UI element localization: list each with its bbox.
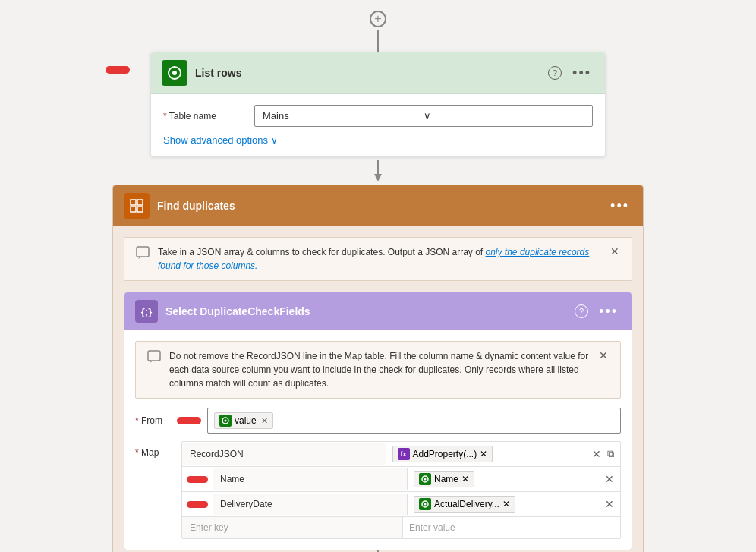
show-advanced-link[interactable]: Show advanced options ∨ — [163, 134, 593, 146]
select-duplicate-icon: {;} — [141, 306, 152, 317]
speech-icon — [136, 246, 150, 260]
clone-row-recordjson-button[interactable]: ⧉ — [606, 446, 616, 462]
info-close-button[interactable]: ✕ — [609, 245, 621, 257]
map-value-placeholder-text: Enter value — [409, 522, 455, 533]
find-duplicates-body: Take in a JSON array & columns to check … — [113, 226, 643, 552]
name-tag-close[interactable]: ✕ — [461, 474, 469, 484]
arrow-down-icon — [372, 160, 384, 181]
chevron-down-icon: ∨ — [424, 110, 584, 121]
name-key-label: Name — [220, 474, 244, 484]
from-label: From — [135, 415, 177, 426]
select-duplicate-check-card: {;} Select DuplicateCheckFields ? ••• — [124, 292, 632, 550]
addproperty-tag: fx AddProperty(...) ✕ — [392, 446, 493, 462]
table-name-label: Table name — [163, 111, 254, 121]
select-duplicate-icon-bg: {;} — [135, 300, 158, 323]
map-value-recordjson: fx AddProperty(...) ✕ — [386, 442, 587, 466]
list-rows-actions: ? ••• — [548, 64, 594, 83]
list-rows-icon — [166, 65, 183, 81]
find-duplicates-icon — [129, 198, 144, 213]
svg-marker-3 — [374, 174, 382, 181]
svg-rect-4 — [131, 200, 136, 205]
find-duplicates-card: Find duplicates ••• Take in a JSON array… — [112, 185, 644, 552]
list-rows-icon-bg — [162, 60, 187, 86]
recordjson-label: RecordJSON — [190, 449, 244, 459]
fx-icon: fx — [398, 448, 410, 460]
list-rows-help-button[interactable]: ? — [548, 66, 562, 80]
arrow-1 — [0, 157, 756, 185]
select-duplicate-title: Select DuplicateCheckFields — [165, 305, 575, 317]
actualdelivery-tag: ActualDelivery... ✕ — [414, 496, 515, 513]
top-add-area: + — [0, 8, 756, 30]
delete-row-name-button[interactable]: ✕ — [603, 472, 616, 487]
from-field-row: From value — [135, 408, 621, 434]
map-actions-deliverydate: ✕ — [599, 497, 620, 512]
find-duplicates-icon-bg — [124, 193, 150, 219]
delivery-leaf-icon — [421, 500, 429, 508]
svg-point-1 — [172, 71, 177, 75]
map-field-row: Map RecordJSON — [135, 441, 621, 539]
actualdelivery-label: ActualDelivery... — [434, 499, 499, 509]
tag-icon — [219, 415, 232, 427]
map-row-deliverydate: DeliveryDate — [182, 492, 620, 517]
addproperty-close[interactable]: ✕ — [480, 449, 487, 459]
close-icon: ✕ — [610, 245, 619, 257]
map-value-deliverydate: ActualDelivery... ✕ — [408, 492, 599, 516]
find-duplicates-more-button[interactable]: ••• — [607, 197, 632, 216]
table-name-control: Mains ∨ — [254, 105, 593, 127]
name-tag-label: Name — [434, 474, 458, 484]
map-row-name: Name — [182, 467, 620, 492]
connector-1 — [0, 30, 756, 52]
select-duplicate-body: Do not remove the RecordJSON line in the… — [124, 330, 632, 550]
select-duplicate-info-close[interactable]: ✕ — [597, 349, 610, 361]
find-duplicates-header: Find duplicates ••• — [113, 185, 643, 226]
select-duplicate-info-text: Do not remove the RecordJSON line in the… — [169, 349, 590, 390]
svg-rect-6 — [137, 200, 143, 205]
canvas: + List rows ? ••• — [0, 0, 756, 552]
name-green-icon — [419, 473, 431, 485]
from-tag-close[interactable]: ✕ — [261, 416, 268, 426]
name-tag: Name ✕ — [414, 471, 474, 487]
plus-icon: + — [374, 13, 381, 25]
question-icon: ? — [553, 68, 557, 77]
question-icon-2: ? — [579, 307, 584, 316]
delivery-row-prefix — [182, 501, 213, 508]
table-name-value: Mains — [263, 110, 424, 121]
map-key-deliverydate: DeliveryDate — [213, 494, 408, 515]
delete-row-delivery-button[interactable]: ✕ — [603, 497, 616, 512]
close-icon-2: ✕ — [599, 349, 608, 361]
add-step-button[interactable]: + — [370, 11, 386, 27]
svg-point-15 — [424, 478, 427, 481]
value-tag: value ✕ — [214, 412, 273, 429]
find-duplicates-actions: ••• — [607, 197, 632, 216]
table-name-dropdown[interactable]: Mains ∨ — [254, 105, 593, 127]
from-tag-label: value — [235, 415, 257, 426]
green-leaf-icon — [222, 417, 229, 424]
list-rows-header: List rows ? ••• — [151, 52, 605, 94]
list-rows-card: List rows ? ••• Table name Mains ∨ Show — [150, 52, 606, 157]
select-duplicate-more-button[interactable]: ••• — [596, 302, 621, 321]
actualdelivery-close[interactable]: ✕ — [502, 499, 510, 509]
map-value-placeholder[interactable]: Enter value — [403, 519, 620, 537]
svg-rect-5 — [131, 207, 136, 212]
chevron-down-small-icon: ∨ — [271, 135, 278, 146]
svg-rect-10 — [148, 351, 160, 361]
map-key-name: Name — [213, 468, 408, 490]
info-highlight: only the duplicate records found for tho… — [158, 247, 589, 271]
name-delete-indicator — [187, 476, 208, 483]
info-icon-2 — [146, 349, 162, 364]
list-rows-more-button[interactable]: ••• — [569, 64, 594, 83]
map-key-placeholder[interactable]: Enter key — [182, 517, 403, 538]
map-table-wrapper: RecordJSON fx AddProperty(...) — [181, 441, 621, 539]
delete-indicator-list-rows — [106, 66, 130, 74]
info-icon — [135, 245, 150, 260]
svg-point-17 — [424, 503, 427, 506]
svg-rect-7 — [137, 207, 143, 212]
delivery-delete-indicator — [187, 501, 208, 508]
from-tag-input[interactable]: value ✕ — [207, 408, 621, 434]
find-duplicates-info-text: Take in a JSON array & columns to check … — [158, 245, 601, 273]
select-duplicate-actions: ? ••• — [575, 302, 621, 321]
svg-rect-8 — [137, 247, 149, 257]
select-duplicate-help-button[interactable]: ? — [575, 304, 588, 318]
show-advanced-label: Show advanced options — [163, 134, 268, 146]
delete-row-recordjson-button[interactable]: ✕ — [591, 446, 603, 462]
